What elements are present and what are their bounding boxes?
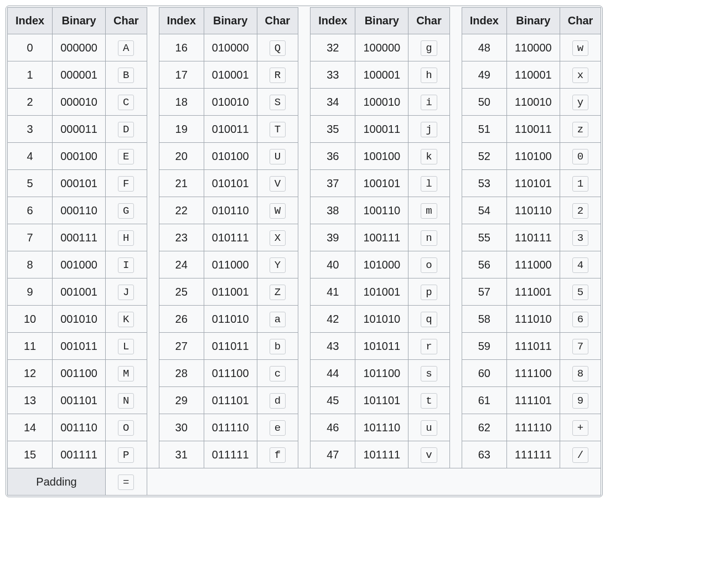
col-spacer: [298, 306, 311, 333]
cell-index: 59: [462, 333, 506, 360]
col-spacer: [147, 306, 159, 333]
cell-binary: 110110: [506, 197, 560, 224]
col-spacer: [298, 333, 311, 360]
char-code: T: [270, 122, 286, 137]
cell-binary: 000010: [53, 89, 106, 116]
cell-index: 43: [311, 333, 355, 360]
char-code: 6: [572, 312, 588, 327]
cell-index: 14: [8, 414, 53, 441]
char-code: I: [118, 257, 134, 273]
cell-binary: 011110: [204, 414, 257, 441]
char-code: l: [421, 176, 437, 192]
table-row: 13001101N29011101d45101101t611111019: [8, 387, 601, 414]
cell-char: +: [560, 414, 601, 441]
cell-binary: 100010: [355, 89, 408, 116]
col-spacer: [449, 8, 462, 34]
cell-binary: 100101: [355, 170, 408, 197]
cell-index: 15: [8, 441, 53, 468]
char-code: R: [270, 68, 286, 83]
cell-char: A: [106, 34, 147, 61]
cell-char: h: [408, 61, 450, 89]
char-code: 4: [572, 257, 588, 273]
cell-binary: 010111: [204, 224, 257, 251]
cell-char: T: [257, 116, 298, 143]
cell-index: 21: [159, 170, 204, 197]
cell-char: L: [106, 333, 147, 360]
col-spacer: [449, 251, 462, 278]
table-head: IndexBinaryCharIndexBinaryCharIndexBinar…: [8, 8, 601, 34]
cell-binary: 110001: [506, 61, 560, 89]
cell-char: v: [408, 441, 450, 468]
table-row: 11001011L27011011b43101011r591110117: [8, 333, 601, 360]
cell-index: 54: [462, 197, 506, 224]
cell-char: H: [106, 224, 147, 251]
char-code: F: [118, 176, 134, 192]
char-code: L: [118, 339, 134, 354]
cell-char: z: [560, 116, 601, 143]
cell-index: 49: [462, 61, 506, 89]
cell-char: D: [106, 116, 147, 143]
cell-binary: 010011: [204, 116, 257, 143]
cell-char: e: [257, 414, 298, 441]
table-row: 12001100M28011100c44101100s601111008: [8, 360, 601, 387]
cell-char: j: [408, 116, 450, 143]
col-spacer: [449, 224, 462, 251]
cell-index: 47: [311, 441, 355, 468]
cell-binary: 000011: [53, 116, 106, 143]
cell-char: E: [106, 143, 147, 170]
cell-binary: 011011: [204, 333, 257, 360]
cell-index: 11: [8, 333, 53, 360]
padding-label: Padding: [8, 468, 106, 496]
cell-char: n: [408, 224, 450, 251]
col-header-char: Char: [408, 8, 450, 34]
cell-binary: 011010: [204, 306, 257, 333]
cell-index: 53: [462, 170, 506, 197]
cell-char: m: [408, 197, 450, 224]
cell-index: 45: [311, 387, 355, 414]
col-spacer: [298, 8, 311, 34]
col-spacer: [147, 224, 159, 251]
col-spacer: [449, 61, 462, 89]
cell-char: 1: [560, 170, 601, 197]
char-code: U: [270, 149, 286, 164]
cell-char: V: [257, 170, 298, 197]
char-code: /: [572, 447, 588, 463]
char-code: 2: [572, 203, 588, 219]
char-code: Q: [270, 40, 286, 56]
char-code: E: [118, 149, 134, 164]
cell-binary: 000110: [53, 197, 106, 224]
char-code: b: [270, 339, 286, 354]
col-spacer: [449, 441, 462, 468]
char-code: +: [572, 420, 588, 436]
cell-index: 19: [159, 116, 204, 143]
char-code: h: [421, 68, 437, 83]
col-spacer: [147, 61, 159, 89]
col-spacer: [147, 8, 159, 34]
cell-index: 52: [462, 143, 506, 170]
cell-index: 25: [159, 278, 204, 306]
table-row: 1000001B17010001R33100001h49110001x: [8, 61, 601, 89]
col-spacer: [147, 251, 159, 278]
cell-binary: 100111: [355, 224, 408, 251]
cell-char: k: [408, 143, 450, 170]
cell-char: 7: [560, 333, 601, 360]
cell-index: 46: [311, 414, 355, 441]
char-code: M: [118, 366, 134, 381]
cell-binary: 111101: [506, 387, 560, 414]
cell-index: 9: [8, 278, 53, 306]
col-spacer: [449, 278, 462, 306]
cell-index: 32: [311, 34, 355, 61]
cell-char: o: [408, 251, 450, 278]
char-code: A: [118, 40, 134, 56]
cell-binary: 111001: [506, 278, 560, 306]
char-code: n: [421, 230, 437, 246]
char-code: D: [118, 122, 134, 137]
padding-row-rest: [147, 468, 601, 496]
char-code: B: [118, 68, 134, 83]
char-code: p: [421, 285, 437, 300]
cell-binary: 100011: [355, 116, 408, 143]
char-code: H: [118, 230, 134, 246]
cell-index: 12: [8, 360, 53, 387]
col-spacer: [449, 170, 462, 197]
col-spacer: [298, 34, 311, 61]
